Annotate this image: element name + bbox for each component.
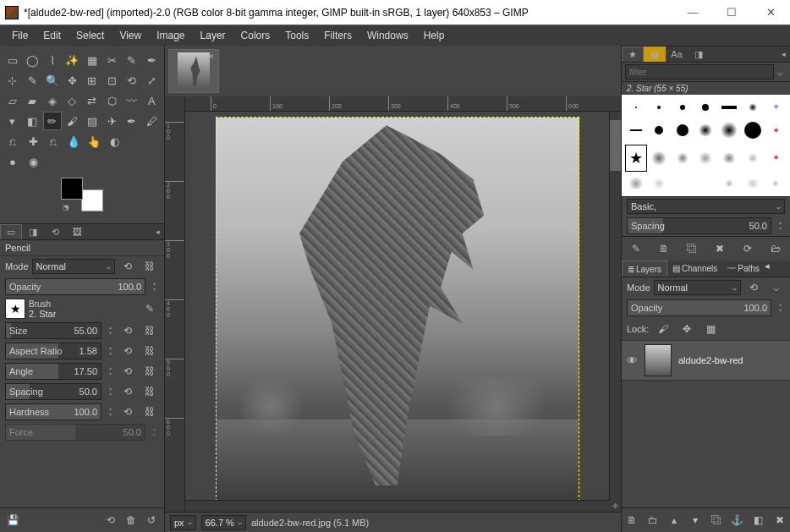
menu-windows[interactable]: Windows <box>360 27 415 44</box>
brush-item[interactable] <box>695 173 717 193</box>
minimize-button[interactable]: — <box>673 0 712 25</box>
tool-color-picker[interactable]: ⊹ <box>3 71 22 90</box>
tool-text[interactable]: A <box>143 91 162 110</box>
brush-item[interactable] <box>672 145 694 173</box>
tab-brushes[interactable]: ★ <box>622 47 644 62</box>
tab-device-status[interactable]: ◨ <box>22 224 44 239</box>
menu-select[interactable]: Select <box>69 27 111 44</box>
image-tab[interactable]: ✕ <box>168 49 219 93</box>
angle-reset-icon[interactable]: ⟲ <box>118 363 137 380</box>
brush-item[interactable] <box>649 98 671 117</box>
brush-item[interactable] <box>625 118 647 143</box>
hardness-spinner[interactable]: ▴▾ <box>105 406 115 418</box>
chevron-down-icon[interactable]: ⌵ <box>774 67 787 78</box>
tool-crop[interactable]: ⊡ <box>103 71 122 90</box>
brush-item[interactable] <box>625 98 647 117</box>
new-group-icon[interactable]: 🗀 <box>645 512 662 529</box>
layer-item[interactable]: 👁 aldude2-bw-red <box>622 341 790 381</box>
open-brush-icon[interactable]: 🗁 <box>766 240 785 257</box>
tool-align[interactable]: ⊞ <box>83 71 101 90</box>
layer-opacity-slider[interactable]: Opacity 100.0 <box>627 299 771 316</box>
close-button[interactable]: ✕ <box>751 0 790 25</box>
canvas[interactable] <box>185 112 609 500</box>
layer-thumbnail[interactable] <box>645 344 672 376</box>
tab-tool-options[interactable]: ▭ <box>0 224 22 239</box>
brush-item[interactable] <box>672 118 694 143</box>
new-layer-icon[interactable]: 🗎 <box>623 512 641 529</box>
brush-item[interactable] <box>672 173 694 193</box>
tool-measure[interactable]: ✎ <box>24 71 42 90</box>
brush-item[interactable] <box>695 98 717 117</box>
tab-images[interactable]: 🖼 <box>66 224 88 239</box>
tool-perspective-clone[interactable]: ⎌ <box>44 132 63 151</box>
menu-file[interactable]: File <box>5 27 35 44</box>
tool-smudge[interactable]: 👆 <box>85 132 103 151</box>
tool-handle[interactable]: ◇ <box>63 91 82 110</box>
hardness-reset-icon[interactable]: ⟲ <box>118 403 137 420</box>
tool-gradient[interactable]: ◧ <box>24 112 42 130</box>
brush-item[interactable] <box>625 173 647 193</box>
spacing-slider[interactable]: Spacing 50.0 <box>5 383 101 400</box>
tab-fonts[interactable]: Aa <box>666 47 688 62</box>
tool-shear[interactable]: ▱ <box>3 91 22 110</box>
tool-rotate[interactable]: ⟲ <box>123 71 141 90</box>
brush-filter-input[interactable] <box>625 64 774 80</box>
swap-reset-icon[interactable]: ⬔ <box>63 204 69 211</box>
menu-filters[interactable]: Filters <box>317 27 359 44</box>
brush-item[interactable] <box>718 145 740 173</box>
menu-view[interactable]: View <box>112 27 148 44</box>
tool-mypaint[interactable]: 🖊 <box>143 112 162 130</box>
raise-layer-icon[interactable]: ▴ <box>666 512 683 529</box>
tool-ellipse-select[interactable]: ◯ <box>24 51 42 69</box>
angle-spinner[interactable]: ▴▾ <box>105 365 115 377</box>
tab-menu-icon[interactable]: ◂ <box>765 261 770 277</box>
duplicate-brush-icon[interactable]: ⿻ <box>683 240 701 257</box>
brush-item[interactable] <box>718 173 740 193</box>
layer-name[interactable]: aldude2-bw-red <box>678 355 743 365</box>
spacing-spinner[interactable]: ▴▾ <box>105 386 115 398</box>
tool-clone[interactable]: ⎌ <box>3 132 22 151</box>
angle-link-icon[interactable]: ⛓ <box>140 363 159 380</box>
size-reset-icon[interactable]: ⟲ <box>118 322 137 339</box>
tool-paintbrush[interactable]: 🖌 <box>63 112 82 130</box>
brush-item[interactable] <box>742 145 764 173</box>
lock-pixels-icon[interactable]: 🖌 <box>654 321 672 337</box>
image-canvas[interactable] <box>216 117 579 500</box>
brush-item[interactable] <box>649 145 671 173</box>
delete-layer-icon[interactable]: ✖ <box>771 512 788 529</box>
unit-dropdown[interactable]: px ⌵ <box>170 515 196 530</box>
tab-menu-icon[interactable]: ◂ <box>151 224 164 239</box>
merge-layer-icon[interactable]: ⚓ <box>728 512 746 529</box>
size-slider[interactable]: Size 55.00 <box>5 322 101 339</box>
brush-item[interactable] <box>742 173 764 193</box>
delete-icon[interactable]: 🗑 <box>122 512 140 529</box>
tool-scissors[interactable]: ✂ <box>103 51 122 69</box>
lower-layer-icon[interactable]: ▾ <box>687 512 705 529</box>
aspect-spinner[interactable]: ▴▾ <box>105 345 115 357</box>
brush-item[interactable] <box>718 118 740 143</box>
tool-extra1[interactable]: ● <box>3 152 22 171</box>
mask-layer-icon[interactable]: ◧ <box>749 512 767 529</box>
reset-all-icon[interactable]: ↺ <box>142 512 161 529</box>
tool-free-select[interactable]: ⌇ <box>43 51 62 69</box>
brush-item[interactable]: ✦ <box>765 145 787 173</box>
aspect-slider[interactable]: Aspect Ratio 1.58 <box>5 343 101 359</box>
opacity-spinner[interactable]: ▴▾ <box>149 281 159 293</box>
angle-slider[interactable]: Angle 17.50 <box>5 363 101 380</box>
horizontal-ruler[interactable]: 0 100 200 300 400 500 600 <box>185 96 621 112</box>
brush-item[interactable] <box>672 98 694 117</box>
tool-by-color[interactable]: ▦ <box>83 51 101 69</box>
tab-menu-icon[interactable]: ◂ <box>776 47 790 62</box>
brush-item[interactable] <box>742 118 764 143</box>
tool-perspective[interactable]: ▰ <box>24 91 42 110</box>
close-tab-icon[interactable]: ✕ <box>206 52 217 62</box>
navigation-icon[interactable]: ✥ <box>609 500 621 512</box>
hardness-slider[interactable]: Hardness 100.0 <box>5 403 101 420</box>
brush-preview[interactable]: ★ <box>5 299 25 319</box>
new-brush-icon[interactable]: 🗎 <box>655 240 673 257</box>
brush-item[interactable] <box>649 118 671 143</box>
maximize-button[interactable]: ☐ <box>712 0 751 25</box>
tab-patterns[interactable]: ▦ <box>644 47 666 62</box>
mode-reset-icon[interactable]: ⟲ <box>118 258 137 275</box>
color-swatches[interactable]: ⬔ <box>61 178 103 211</box>
